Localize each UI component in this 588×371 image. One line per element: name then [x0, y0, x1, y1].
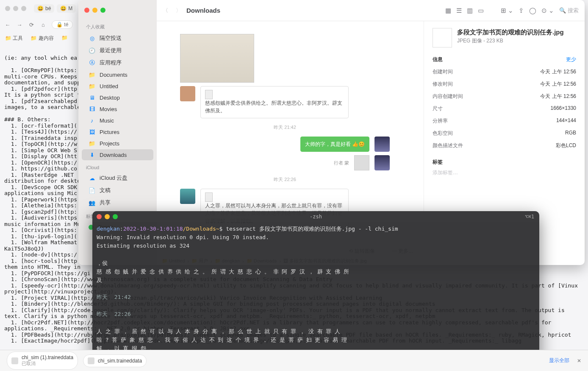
apps-icon: Ⓐ — [89, 59, 95, 66]
bookmark-folder[interactable]: 📁 — [61, 35, 68, 42]
terminal-window: -zsh ⌥⌘1 dengkan:2022-10-30-1:01:18/Down… — [92, 211, 539, 365]
finder-search[interactable]: 🔍 搜索 — [559, 7, 579, 14]
sidebar-item-label: Untitled — [100, 83, 118, 89]
sidebar-item-label: Documents — [100, 72, 128, 78]
inspector-key: 修改时间 — [433, 81, 453, 88]
show-less-link[interactable]: 更少 — [566, 56, 576, 63]
inspector-row: 尺寸1666×1330 — [433, 105, 576, 112]
inspector-key: 分辨率 — [433, 117, 448, 125]
sidebar-item-共享[interactable]: 👥共享 — [82, 197, 153, 209]
movie-icon: 🎞 — [89, 106, 95, 112]
chat-bubble: 慈感怨贼并爱念供养供给之。所谓大慈悲心。非阿罗汉。辟支佛所及。 — [200, 86, 349, 118]
bookmark-folder[interactable]: 📁 趣内容 — [31, 35, 53, 42]
terminal-shortcut: ⌥⌘1 — [525, 214, 534, 220]
gallery-preview: 慈感怨贼并爱念供养供给之。所谓大慈悲心。非阿罗汉。辟支佛所及。 昨天 21:42… — [180, 34, 390, 229]
sidebar-item-icloud 云盘[interactable]: ☁︎iCloud 云盘 — [82, 172, 153, 184]
sidebar-item-label: 最近使用 — [100, 47, 122, 54]
tag-icon[interactable]: ◯ — [529, 7, 536, 14]
tags-section-title: 标签 — [433, 159, 576, 166]
terminal-titlebar: -zsh ⌥⌘1 — [92, 211, 539, 222]
sidebar-item-label: 文稿 — [100, 187, 111, 194]
inspector-thumbnail — [433, 28, 452, 47]
view-columns-icon[interactable]: ▥ — [467, 7, 473, 14]
sidebar-item-music[interactable]: ♪Music — [82, 115, 153, 126]
home-icon[interactable]: ⌂ — [40, 22, 47, 28]
sidebar-item-movies[interactable]: 🎞Movies — [82, 103, 153, 114]
file-icon — [88, 357, 94, 364]
thumbnail-icon — [205, 90, 213, 99]
folder-icon: 📁 — [89, 140, 95, 147]
terminal-title: -zsh — [92, 214, 539, 220]
action-menu-icon[interactable]: ⊙ ⌄ — [541, 7, 554, 14]
share-icon[interactable]: ⇪ — [519, 7, 524, 14]
download-filename: chi_sim (1).traineddata — [22, 354, 73, 360]
sidebar-item-隔空投送[interactable]: ◎隔空投送 — [82, 32, 153, 44]
browser-toolbar: ← → ⟳ ⌂ 🔒 té — [4, 20, 73, 29]
view-gallery-icon[interactable]: ▭ — [478, 7, 484, 14]
sidebar-item-label: iCloud 云盘 — [100, 174, 128, 182]
caption: 行者 蒙 — [334, 160, 349, 166]
inspector-value: 今天 上午 12:56 — [540, 68, 576, 75]
terminal-body[interactable]: dengkan:2022-10-30-1:01:18/Downloads~$ t… — [92, 222, 539, 365]
download-status: 已取消 — [22, 360, 73, 367]
cloud-icon: ☁︎ — [89, 175, 95, 181]
book-page-image — [180, 34, 254, 83]
view-icon-grid-icon[interactable]: ▦ — [445, 7, 451, 14]
sidebar-item-label: Projects — [100, 140, 119, 147]
chat-timestamp: 昨天 21:42 — [180, 124, 390, 131]
address-bar[interactable]: 🔒 té — [52, 20, 73, 29]
chat-timestamp: 昨天 22:26 — [180, 176, 390, 183]
inspector-row: 创建时间今天 上午 12:56 — [433, 68, 576, 75]
sidebar-item-label: 应用程序 — [100, 59, 122, 67]
inspector-key: 颜色描述文件 — [433, 142, 463, 149]
browser-tab[interactable]: 😀 M — [57, 4, 76, 13]
downloads-shelf: chi_sim (1).traineddata 已取消 chi_sim.trai… — [0, 350, 588, 371]
inspector-value: 1666×1330 — [551, 105, 576, 112]
sidebar-item-projects[interactable]: 📁Projects — [82, 138, 153, 149]
inspector-row: 分辨率144×144 — [433, 117, 576, 125]
doc-icon: 📄 — [89, 187, 95, 194]
window-controls[interactable] — [78, 5, 157, 20]
reload-icon[interactable]: ⟳ — [28, 22, 35, 28]
inspector-key: 创建时间 — [433, 68, 453, 75]
tags-input[interactable]: 添加标签… — [433, 169, 576, 176]
download-item[interactable]: chi_sim.traineddata — [83, 354, 147, 367]
show-all-downloads[interactable]: 显示全部 — [549, 357, 569, 364]
browser-tab[interactable]: 😀 bé — [34, 4, 54, 13]
browser-tabs: 😀 bé 😀 M — [0, 4, 76, 13]
download-item[interactable]: chi_sim (1).traineddata 已取消 — [7, 351, 78, 370]
close-shelf-icon[interactable]: ✕ — [577, 358, 581, 364]
nav-forward-icon[interactable]: 〉 — [176, 7, 181, 14]
sidebar-item-pictures[interactable]: 🖼Pictures — [82, 126, 153, 137]
sidebar-item-label: 隔空投送 — [100, 34, 122, 42]
sidebar-item-downloads[interactable]: ⬇︎Downloads — [82, 149, 153, 160]
view-list-icon[interactable]: ☰ — [456, 7, 462, 14]
inspector-filename: 多段文字加书页的艰难的识别任务.jpg — [457, 28, 564, 36]
thumbnail-icon — [354, 155, 369, 170]
sidebar-section-icloud: iCloud — [78, 161, 157, 172]
inspector-value: 今天 上午 12:56 — [540, 81, 576, 88]
back-icon[interactable]: ← — [4, 22, 11, 28]
sidebar-item-documents[interactable]: 📁Documents — [82, 69, 153, 80]
share-icon: 👥 — [89, 199, 95, 206]
sidebar-item-label: Downloads — [100, 152, 127, 158]
sidebar-item-最近使用[interactable]: 🕘最近使用 — [82, 45, 153, 56]
inspector-filemeta: JPEG 图像 - 223 KB — [457, 37, 564, 45]
finder-title: Downloads — [186, 7, 220, 14]
inspector-row: 内容创建时间今天 上午 12:56 — [433, 93, 576, 100]
inspector-value: 144×144 — [556, 117, 576, 125]
nav-back-icon[interactable]: 〈 — [163, 7, 168, 14]
forward-icon[interactable]: → — [16, 22, 23, 28]
sidebar-item-label: Desktop — [100, 95, 120, 101]
sidebar-item-label: Movies — [100, 106, 117, 112]
group-by-icon[interactable]: ⊞ ⌄ — [501, 7, 513, 14]
window-controls[interactable] — [0, 6, 31, 11]
sidebar-item-desktop[interactable]: 🖥Desktop — [82, 92, 153, 103]
sidebar-item-untitled[interactable]: 📁Untitled — [82, 81, 153, 92]
sidebar-item-文稿[interactable]: 📄文稿 — [82, 184, 153, 196]
avatar — [180, 189, 195, 204]
sidebar-item-label: 共享 — [100, 199, 111, 206]
sidebar-item-应用程序[interactable]: Ⓐ应用程序 — [82, 57, 153, 69]
bookmark-bar: 📁 工具 📁 趣内容 📁 — [5, 35, 68, 42]
bookmark-folder[interactable]: 📁 工具 — [5, 35, 23, 42]
